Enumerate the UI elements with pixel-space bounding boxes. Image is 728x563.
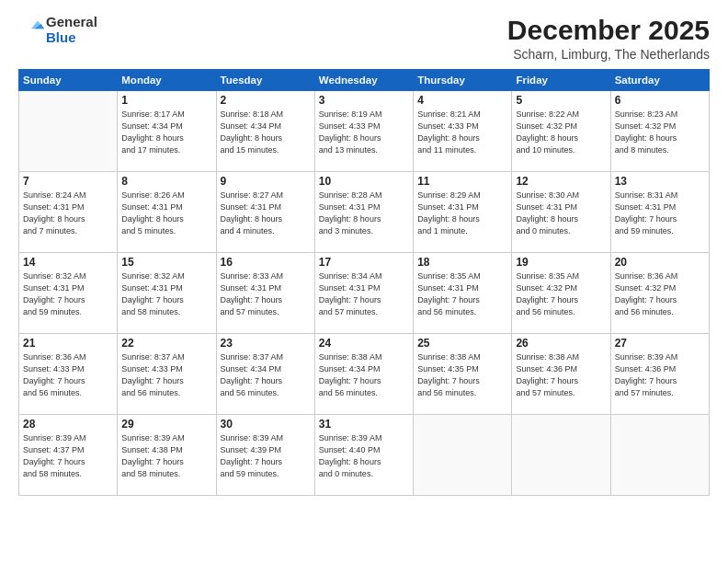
header: General Blue December 2025 Scharn, Limbu…	[18, 15, 710, 62]
calendar-cell-w5-d3: 30Sunrise: 8:39 AM Sunset: 4:39 PM Dayli…	[216, 415, 314, 496]
logo-blue-text: Blue	[46, 30, 97, 46]
day-info: Sunrise: 8:34 AM Sunset: 4:31 PM Dayligh…	[319, 270, 409, 318]
day-number: 23	[221, 337, 311, 350]
calendar-cell-w1-d2: 1Sunrise: 8:17 AM Sunset: 4:34 PM Daylig…	[118, 91, 216, 172]
calendar-cell-w5-d6	[512, 415, 610, 496]
day-info: Sunrise: 8:23 AM Sunset: 4:32 PM Dayligh…	[615, 109, 705, 156]
day-info: Sunrise: 8:39 AM Sunset: 4:39 PM Dayligh…	[221, 432, 311, 480]
calendar-cell-w2-d1: 7Sunrise: 8:24 AM Sunset: 4:31 PM Daylig…	[19, 172, 118, 253]
day-info: Sunrise: 8:39 AM Sunset: 4:37 PM Dayligh…	[23, 432, 113, 480]
day-info: Sunrise: 8:38 AM Sunset: 4:34 PM Dayligh…	[319, 351, 409, 399]
col-tuesday: Tuesday	[216, 70, 314, 91]
day-info: Sunrise: 8:19 AM Sunset: 4:33 PM Dayligh…	[319, 109, 409, 156]
day-info: Sunrise: 8:38 AM Sunset: 4:35 PM Dayligh…	[417, 351, 507, 399]
day-info: Sunrise: 8:33 AM Sunset: 4:31 PM Dayligh…	[221, 270, 311, 318]
col-sunday: Sunday	[19, 70, 118, 91]
day-number: 11	[417, 175, 507, 188]
calendar-cell-w4-d6: 26Sunrise: 8:38 AM Sunset: 4:36 PM Dayli…	[512, 334, 610, 415]
calendar-cell-w5-d5	[414, 415, 512, 496]
day-info: Sunrise: 8:17 AM Sunset: 4:34 PM Dayligh…	[121, 109, 211, 156]
day-number: 19	[516, 256, 606, 269]
calendar-cell-w1-d7: 6Sunrise: 8:23 AM Sunset: 4:32 PM Daylig…	[610, 91, 709, 172]
day-info: Sunrise: 8:21 AM Sunset: 4:33 PM Dayligh…	[417, 109, 507, 156]
day-number: 28	[23, 418, 113, 431]
logo-icon	[18, 17, 44, 43]
day-info: Sunrise: 8:18 AM Sunset: 4:34 PM Dayligh…	[221, 109, 311, 156]
calendar-cell-w4-d2: 22Sunrise: 8:37 AM Sunset: 4:33 PM Dayli…	[118, 334, 216, 415]
day-number: 13	[615, 175, 705, 188]
week-row-2: 7Sunrise: 8:24 AM Sunset: 4:31 PM Daylig…	[19, 172, 710, 253]
col-saturday: Saturday	[610, 70, 709, 91]
calendar-cell-w4-d5: 25Sunrise: 8:38 AM Sunset: 4:35 PM Dayli…	[414, 334, 512, 415]
calendar-cell-w2-d6: 12Sunrise: 8:30 AM Sunset: 4:31 PM Dayli…	[512, 172, 610, 253]
location-title: Scharn, Limburg, The Netherlands	[507, 47, 710, 62]
day-number: 25	[417, 337, 507, 350]
day-info: Sunrise: 8:38 AM Sunset: 4:36 PM Dayligh…	[516, 351, 606, 399]
day-info: Sunrise: 8:39 AM Sunset: 4:40 PM Dayligh…	[319, 432, 409, 480]
week-row-5: 28Sunrise: 8:39 AM Sunset: 4:37 PM Dayli…	[19, 415, 710, 496]
calendar-cell-w3-d3: 16Sunrise: 8:33 AM Sunset: 4:31 PM Dayli…	[216, 253, 314, 334]
day-info: Sunrise: 8:39 AM Sunset: 4:38 PM Dayligh…	[121, 432, 211, 480]
day-number: 14	[23, 256, 113, 269]
day-number: 6	[615, 94, 705, 107]
calendar-cell-w1-d3: 2Sunrise: 8:18 AM Sunset: 4:34 PM Daylig…	[216, 91, 314, 172]
day-number: 29	[121, 418, 211, 431]
day-number: 8	[121, 175, 211, 188]
day-number: 30	[221, 418, 311, 431]
day-info: Sunrise: 8:37 AM Sunset: 4:34 PM Dayligh…	[221, 351, 311, 399]
calendar-cell-w3-d7: 20Sunrise: 8:36 AM Sunset: 4:32 PM Dayli…	[610, 253, 709, 334]
day-info: Sunrise: 8:24 AM Sunset: 4:31 PM Dayligh…	[23, 190, 113, 237]
day-number: 16	[221, 256, 311, 269]
calendar-table: Sunday Monday Tuesday Wednesday Thursday…	[18, 69, 710, 496]
calendar-cell-w2-d4: 10Sunrise: 8:28 AM Sunset: 4:31 PM Dayli…	[314, 172, 413, 253]
calendar-cell-w4-d4: 24Sunrise: 8:38 AM Sunset: 4:34 PM Dayli…	[314, 334, 413, 415]
col-wednesday: Wednesday	[314, 70, 413, 91]
day-number: 10	[319, 175, 409, 188]
week-row-4: 21Sunrise: 8:36 AM Sunset: 4:33 PM Dayli…	[19, 334, 710, 415]
day-number: 4	[417, 94, 507, 107]
calendar-cell-w4-d1: 21Sunrise: 8:36 AM Sunset: 4:33 PM Dayli…	[19, 334, 118, 415]
calendar-cell-w2-d7: 13Sunrise: 8:31 AM Sunset: 4:31 PM Dayli…	[610, 172, 709, 253]
day-number: 2	[221, 94, 311, 107]
col-friday: Friday	[512, 70, 610, 91]
svg-marker-1	[31, 20, 44, 29]
calendar-header-row: Sunday Monday Tuesday Wednesday Thursday…	[19, 70, 710, 91]
col-thursday: Thursday	[414, 70, 512, 91]
calendar-cell-w1-d4: 3Sunrise: 8:19 AM Sunset: 4:33 PM Daylig…	[314, 91, 413, 172]
day-number: 22	[121, 337, 211, 350]
calendar-cell-w2-d2: 8Sunrise: 8:26 AM Sunset: 4:31 PM Daylig…	[118, 172, 216, 253]
day-info: Sunrise: 8:22 AM Sunset: 4:32 PM Dayligh…	[516, 109, 606, 156]
calendar-cell-w3-d2: 15Sunrise: 8:32 AM Sunset: 4:31 PM Dayli…	[118, 253, 216, 334]
day-info: Sunrise: 8:30 AM Sunset: 4:31 PM Dayligh…	[516, 190, 606, 237]
calendar-cell-w3-d6: 19Sunrise: 8:35 AM Sunset: 4:32 PM Dayli…	[512, 253, 610, 334]
calendar-cell-w5-d7	[610, 415, 709, 496]
week-row-1: 1Sunrise: 8:17 AM Sunset: 4:34 PM Daylig…	[19, 91, 710, 172]
calendar-cell-w3-d1: 14Sunrise: 8:32 AM Sunset: 4:31 PM Dayli…	[19, 253, 118, 334]
day-info: Sunrise: 8:36 AM Sunset: 4:32 PM Dayligh…	[615, 270, 705, 318]
day-info: Sunrise: 8:36 AM Sunset: 4:33 PM Dayligh…	[23, 351, 113, 399]
day-info: Sunrise: 8:35 AM Sunset: 4:31 PM Dayligh…	[417, 270, 507, 318]
day-info: Sunrise: 8:31 AM Sunset: 4:31 PM Dayligh…	[615, 190, 705, 237]
day-number: 31	[319, 418, 409, 431]
day-info: Sunrise: 8:32 AM Sunset: 4:31 PM Dayligh…	[121, 270, 211, 318]
day-info: Sunrise: 8:29 AM Sunset: 4:31 PM Dayligh…	[417, 190, 507, 237]
day-number: 18	[417, 256, 507, 269]
week-row-3: 14Sunrise: 8:32 AM Sunset: 4:31 PM Dayli…	[19, 253, 710, 334]
day-number: 12	[516, 175, 606, 188]
day-number: 9	[221, 175, 311, 188]
day-info: Sunrise: 8:26 AM Sunset: 4:31 PM Dayligh…	[121, 190, 211, 237]
calendar-cell-w1-d5: 4Sunrise: 8:21 AM Sunset: 4:33 PM Daylig…	[414, 91, 512, 172]
calendar-cell-w5-d2: 29Sunrise: 8:39 AM Sunset: 4:38 PM Dayli…	[118, 415, 216, 496]
day-number: 26	[516, 337, 606, 350]
calendar-cell-w2-d3: 9Sunrise: 8:27 AM Sunset: 4:31 PM Daylig…	[216, 172, 314, 253]
day-number: 15	[121, 256, 211, 269]
day-number: 27	[615, 337, 705, 350]
day-info: Sunrise: 8:32 AM Sunset: 4:31 PM Dayligh…	[23, 270, 113, 318]
calendar-cell-w4-d3: 23Sunrise: 8:37 AM Sunset: 4:34 PM Dayli…	[216, 334, 314, 415]
day-number: 1	[121, 94, 211, 107]
day-info: Sunrise: 8:27 AM Sunset: 4:31 PM Dayligh…	[221, 190, 311, 237]
day-number: 24	[319, 337, 409, 350]
col-monday: Monday	[118, 70, 216, 91]
day-number: 5	[516, 94, 606, 107]
day-number: 21	[23, 337, 113, 350]
